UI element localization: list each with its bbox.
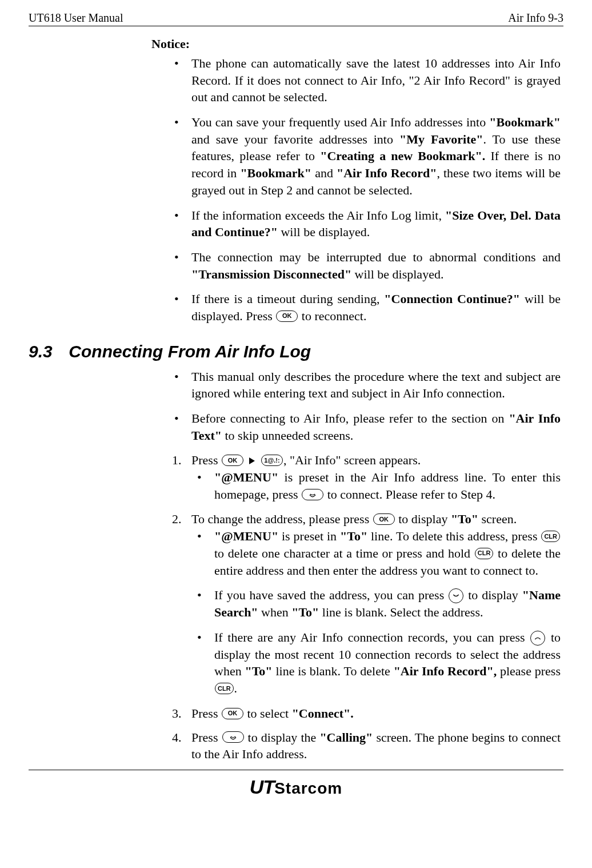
bold-term: "Creating a new Bookmark". [320, 149, 485, 163]
ok-button-icon: OK [276, 310, 298, 322]
body-text: to display [395, 512, 451, 526]
body-text: If there are any Air Info connection rec… [214, 630, 530, 644]
call-button-icon [302, 489, 323, 500]
notice-item: If the information exceeds the Air Info … [169, 207, 561, 241]
clr-button-icon: CLR [541, 531, 560, 542]
sub-list: "@MENU" is preset in "To" line. To delet… [191, 528, 561, 697]
ok-button-icon: OK [373, 513, 395, 525]
notice-title: Notice: [151, 37, 563, 51]
body-text: Press [191, 730, 222, 744]
body-text: The phone can automatically save the lat… [191, 56, 561, 104]
sub-item: "@MENU" is preset in the Air Info addres… [191, 469, 561, 503]
body-text: to select [244, 706, 292, 720]
bold-term: "To" [245, 664, 272, 678]
body-text: and [311, 166, 337, 180]
body-text: please press [497, 664, 561, 678]
body-text: to display the [245, 730, 320, 744]
bold-term: "Connection Continue?" [384, 292, 520, 306]
sub-item: "@MENU" is preset in "To" line. To delet… [191, 528, 561, 579]
body-text: The connection may be interrupted due to… [191, 250, 561, 264]
bold-term: "Calling" [319, 730, 373, 744]
notice-item: The connection may be interrupted due to… [169, 249, 561, 282]
body-text: is preset in [278, 529, 340, 543]
body-text: . [234, 681, 238, 695]
body-text: Press [191, 453, 221, 467]
body-text: If there is a timeout during sending, [191, 292, 384, 306]
notice-item: If there is a timeout during sending, "C… [169, 290, 561, 324]
body-text: Before connecting to Air Info, please re… [191, 411, 509, 425]
intro-item: This manual only describes the procedure… [169, 368, 561, 402]
logo-ut: UT [250, 776, 274, 798]
section-heading: 9.3 Connecting From Air Info Log [29, 342, 563, 361]
page-header: UT618 User Manual Air Info 9-3 [29, 11, 563, 26]
body-text: If the information exceeds the Air Info … [191, 208, 445, 222]
body-text: To change the address, please press [191, 512, 373, 526]
step-item: Press to display the "Calling" screen. T… [169, 729, 561, 763]
bold-term: "To" [340, 529, 367, 543]
logo-starcom: Starcom [274, 779, 342, 797]
bold-term: "Transmission Disconnected" [191, 267, 351, 281]
bold-term: "My Favorite" [399, 132, 483, 146]
body-text: line is blank. Select the address. [319, 605, 483, 619]
up-nav-button-icon [530, 631, 545, 646]
bold-term: "Bookmark" [489, 115, 561, 129]
step-item: To change the address, please press OK t… [169, 511, 561, 696]
sub-item: If there are any Air Info connection rec… [191, 629, 561, 697]
body-text: when [258, 605, 292, 619]
notice-list: The phone can automatically save the lat… [29, 55, 563, 325]
down-nav-button-icon [449, 588, 463, 603]
triangle-right-icon [249, 457, 255, 464]
body-text: , "Air Info" screen appears. [283, 453, 421, 467]
body-text: will be displayed. [351, 267, 443, 281]
intro-item: Before connecting to Air Info, please re… [169, 410, 561, 444]
steps-list: Press OK 1@.!:, "Air Info" screen appear… [29, 452, 563, 763]
bold-term: "Connect". [292, 706, 354, 720]
body-text: to skip unneeded screens. [222, 428, 353, 443]
body-text: You can save your frequently used Air In… [191, 115, 489, 129]
section-intro-list: This manual only describes the procedure… [29, 368, 563, 444]
body-text: to reconnect. [298, 309, 366, 323]
header-right: Air Info 9-3 [508, 11, 563, 25]
notice-item: You can save your frequently used Air In… [169, 114, 561, 198]
body-text: to connect. Please refer to Step 4. [324, 487, 495, 501]
bold-term: "@MENU" [214, 470, 278, 484]
step-item: Press OK to select "Connect". [169, 705, 561, 722]
bold-term: "Air Info Record", [394, 664, 497, 678]
sub-item: If you have saved the address, you can p… [191, 587, 561, 621]
step-item: Press OK 1@.!:, "Air Info" screen appear… [169, 452, 561, 503]
body-text: to delete one character at a time or pre… [214, 546, 474, 560]
body-text: screen. [478, 512, 517, 526]
body-text: line. To delete this address, press [367, 529, 541, 543]
bold-term: "@MENU" [214, 529, 278, 543]
call-button-icon [222, 731, 244, 743]
body-text: Press [191, 706, 221, 720]
notice-item: The phone can automatically save the lat… [169, 55, 561, 106]
clr-button-icon: CLR [215, 683, 234, 694]
body-text: This manual only describes the procedure… [191, 369, 561, 401]
bold-term: "To" [451, 512, 478, 526]
footer-logo: UTStarcom [0, 770, 592, 798]
section-number: 9.3 [29, 342, 64, 361]
body-text: line is blank. To delete [273, 664, 394, 678]
ok-button-icon: OK [222, 708, 243, 719]
clr-button-icon: CLR [475, 548, 494, 559]
body-text: will be displayed. [278, 225, 370, 239]
body-text: to display [464, 588, 522, 602]
body-text: If you have saved the address, you can p… [214, 588, 448, 602]
bold-term: "Bookmark" [240, 166, 311, 180]
bold-term: "To" [291, 605, 319, 619]
body-text: and save your favorite addresses into [191, 132, 399, 146]
bold-term: "Air Info Record" [337, 166, 437, 180]
sub-list: "@MENU" is preset in the Air Info addres… [191, 469, 561, 503]
header-left: UT618 User Manual [29, 11, 123, 25]
ok-button-icon: OK [222, 455, 243, 466]
key-1-button-icon: 1@.!: [261, 455, 283, 466]
section-title: Connecting From Air Info Log [69, 342, 311, 361]
